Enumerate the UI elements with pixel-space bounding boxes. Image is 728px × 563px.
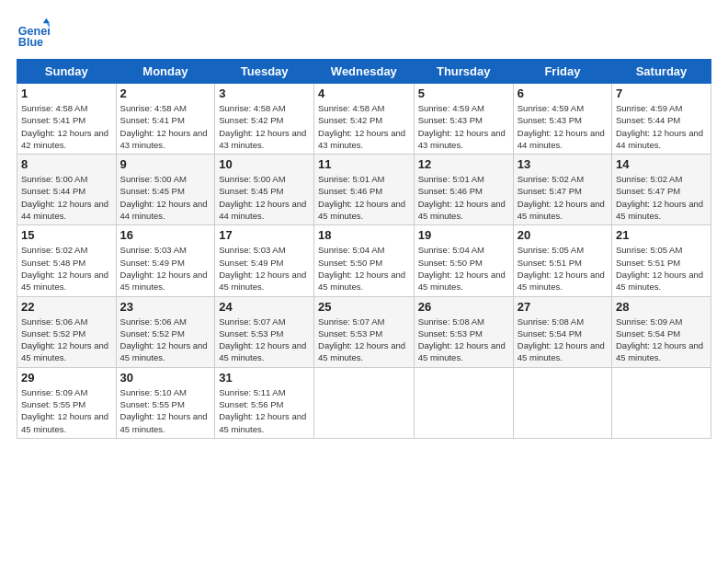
day-number: 11 <box>318 157 410 171</box>
table-cell: 27Sunrise: 5:08 AMSunset: 5:54 PMDayligh… <box>513 296 611 367</box>
day-detail: Sunrise: 5:07 AMSunset: 5:53 PMDaylight:… <box>318 316 410 364</box>
table-cell: 17Sunrise: 5:03 AMSunset: 5:49 PMDayligh… <box>215 225 314 296</box>
calendar-row: 22Sunrise: 5:06 AMSunset: 5:52 PMDayligh… <box>17 296 711 367</box>
calendar-row: 1Sunrise: 4:58 AMSunset: 5:41 PMDaylight… <box>17 84 711 155</box>
day-number: 15 <box>21 228 112 242</box>
day-detail: Sunrise: 5:10 AMSunset: 5:55 PMDaylight:… <box>120 386 211 435</box>
day-detail: Sunrise: 5:09 AMSunset: 5:55 PMDaylight:… <box>21 386 112 435</box>
table-cell <box>314 367 415 438</box>
day-number: 1 <box>21 86 112 100</box>
table-cell: 26Sunrise: 5:08 AMSunset: 5:53 PMDayligh… <box>414 296 513 367</box>
table-cell: 28Sunrise: 5:09 AMSunset: 5:54 PMDayligh… <box>612 296 711 367</box>
table-cell: 15Sunrise: 5:02 AMSunset: 5:48 PMDayligh… <box>17 225 117 296</box>
day-detail: Sunrise: 5:07 AMSunset: 5:53 PMDaylight:… <box>219 316 310 364</box>
table-cell: 24Sunrise: 5:07 AMSunset: 5:53 PMDayligh… <box>215 296 314 367</box>
table-cell: 3Sunrise: 4:58 AMSunset: 5:42 PMDaylight… <box>215 84 314 155</box>
day-detail: Sunrise: 5:06 AMSunset: 5:52 PMDaylight:… <box>21 316 112 364</box>
day-detail: Sunrise: 4:59 AMSunset: 5:43 PMDaylight:… <box>518 102 608 151</box>
day-number: 30 <box>120 371 211 385</box>
day-number: 2 <box>120 86 211 100</box>
table-cell: 9Sunrise: 5:00 AMSunset: 5:45 PMDaylight… <box>116 155 215 225</box>
day-number: 7 <box>616 86 707 100</box>
svg-text:Blue: Blue <box>18 36 43 49</box>
day-detail: Sunrise: 4:58 AMSunset: 5:41 PMDaylight:… <box>21 102 112 151</box>
day-number: 4 <box>318 86 410 100</box>
day-detail: Sunrise: 5:02 AMSunset: 5:47 PMDaylight:… <box>518 173 608 222</box>
day-detail: Sunrise: 4:59 AMSunset: 5:43 PMDaylight:… <box>418 102 509 151</box>
day-detail: Sunrise: 5:02 AMSunset: 5:48 PMDaylight:… <box>21 244 112 293</box>
day-number: 8 <box>21 157 112 171</box>
table-cell: 23Sunrise: 5:06 AMSunset: 5:52 PMDayligh… <box>116 296 215 367</box>
table-cell: 16Sunrise: 5:03 AMSunset: 5:49 PMDayligh… <box>116 225 215 296</box>
col-wednesday: Wednesday <box>314 60 415 84</box>
day-detail: Sunrise: 5:09 AMSunset: 5:54 PMDaylight:… <box>616 316 707 364</box>
calendar-row: 29Sunrise: 5:09 AMSunset: 5:55 PMDayligh… <box>17 367 711 438</box>
table-cell: 13Sunrise: 5:02 AMSunset: 5:47 PMDayligh… <box>513 155 611 225</box>
day-number: 19 <box>418 228 509 242</box>
day-number: 9 <box>120 157 211 171</box>
col-saturday: Saturday <box>612 60 711 84</box>
day-detail: Sunrise: 4:58 AMSunset: 5:42 PMDaylight:… <box>219 102 310 151</box>
day-number: 31 <box>219 371 310 385</box>
day-detail: Sunrise: 5:00 AMSunset: 5:45 PMDaylight:… <box>219 173 310 222</box>
day-number: 21 <box>616 228 707 242</box>
day-detail: Sunrise: 5:00 AMSunset: 5:45 PMDaylight:… <box>120 173 211 222</box>
table-cell: 4Sunrise: 4:58 AMSunset: 5:42 PMDaylight… <box>314 84 415 155</box>
day-number: 13 <box>518 157 608 171</box>
day-number: 5 <box>418 86 509 100</box>
day-detail: Sunrise: 5:06 AMSunset: 5:52 PMDaylight:… <box>120 316 211 364</box>
day-detail: Sunrise: 5:08 AMSunset: 5:54 PMDaylight:… <box>518 316 608 364</box>
col-monday: Monday <box>116 60 215 84</box>
day-number: 10 <box>219 157 310 171</box>
day-number: 27 <box>518 300 608 314</box>
table-cell: 6Sunrise: 4:59 AMSunset: 5:43 PMDaylight… <box>513 84 611 155</box>
day-number: 14 <box>616 157 707 171</box>
col-friday: Friday <box>513 60 611 84</box>
table-cell: 25Sunrise: 5:07 AMSunset: 5:53 PMDayligh… <box>314 296 415 367</box>
day-detail: Sunrise: 4:58 AMSunset: 5:42 PMDaylight:… <box>318 102 410 151</box>
day-number: 29 <box>21 371 112 385</box>
day-detail: Sunrise: 5:01 AMSunset: 5:46 PMDaylight:… <box>418 173 509 222</box>
day-number: 24 <box>219 300 310 314</box>
svg-marker-2 <box>43 18 50 23</box>
day-detail: Sunrise: 5:02 AMSunset: 5:47 PMDaylight:… <box>616 173 707 222</box>
table-cell: 14Sunrise: 5:02 AMSunset: 5:47 PMDayligh… <box>612 155 711 225</box>
calendar-table: Sunday Monday Tuesday Wednesday Thursday… <box>17 59 711 439</box>
day-number: 3 <box>219 86 310 100</box>
col-thursday: Thursday <box>414 60 513 84</box>
logo-icon: General Blue <box>17 17 50 50</box>
table-cell <box>513 367 611 438</box>
table-cell: 2Sunrise: 4:58 AMSunset: 5:41 PMDaylight… <box>116 84 215 155</box>
day-detail: Sunrise: 5:03 AMSunset: 5:49 PMDaylight:… <box>120 244 211 293</box>
table-cell: 20Sunrise: 5:05 AMSunset: 5:51 PMDayligh… <box>513 225 611 296</box>
table-cell: 19Sunrise: 5:04 AMSunset: 5:50 PMDayligh… <box>414 225 513 296</box>
day-number: 18 <box>318 228 410 242</box>
day-number: 17 <box>219 228 310 242</box>
table-cell: 31Sunrise: 5:11 AMSunset: 5:56 PMDayligh… <box>215 367 314 438</box>
day-detail: Sunrise: 5:04 AMSunset: 5:50 PMDaylight:… <box>418 244 509 293</box>
day-detail: Sunrise: 5:01 AMSunset: 5:46 PMDaylight:… <box>318 173 410 222</box>
table-cell: 1Sunrise: 4:58 AMSunset: 5:41 PMDaylight… <box>17 84 117 155</box>
table-cell: 5Sunrise: 4:59 AMSunset: 5:43 PMDaylight… <box>414 84 513 155</box>
table-cell: 7Sunrise: 4:59 AMSunset: 5:44 PMDaylight… <box>612 84 711 155</box>
day-number: 12 <box>418 157 509 171</box>
table-cell: 21Sunrise: 5:05 AMSunset: 5:51 PMDayligh… <box>612 225 711 296</box>
day-detail: Sunrise: 5:00 AMSunset: 5:44 PMDaylight:… <box>21 173 112 222</box>
logo: General Blue <box>17 17 53 50</box>
col-tuesday: Tuesday <box>215 60 314 84</box>
calendar-header-row: Sunday Monday Tuesday Wednesday Thursday… <box>17 60 711 84</box>
table-cell: 30Sunrise: 5:10 AMSunset: 5:55 PMDayligh… <box>116 367 215 438</box>
day-number: 28 <box>616 300 707 314</box>
table-cell: 10Sunrise: 5:00 AMSunset: 5:45 PMDayligh… <box>215 155 314 225</box>
calendar-row: 8Sunrise: 5:00 AMSunset: 5:44 PMDaylight… <box>17 155 711 225</box>
day-number: 6 <box>518 86 608 100</box>
day-detail: Sunrise: 5:05 AMSunset: 5:51 PMDaylight:… <box>616 244 707 293</box>
calendar-row: 15Sunrise: 5:02 AMSunset: 5:48 PMDayligh… <box>17 225 711 296</box>
table-cell: 12Sunrise: 5:01 AMSunset: 5:46 PMDayligh… <box>414 155 513 225</box>
day-number: 26 <box>418 300 509 314</box>
table-cell: 29Sunrise: 5:09 AMSunset: 5:55 PMDayligh… <box>17 367 117 438</box>
day-detail: Sunrise: 5:11 AMSunset: 5:56 PMDaylight:… <box>219 386 310 435</box>
day-detail: Sunrise: 5:08 AMSunset: 5:53 PMDaylight:… <box>418 316 509 364</box>
table-cell: 11Sunrise: 5:01 AMSunset: 5:46 PMDayligh… <box>314 155 415 225</box>
day-number: 25 <box>318 300 410 314</box>
